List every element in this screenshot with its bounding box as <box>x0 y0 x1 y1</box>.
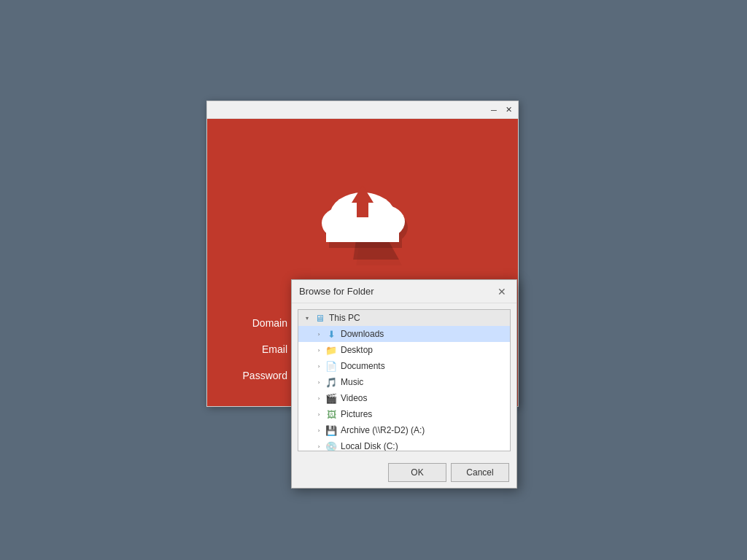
svg-rect-4 <box>326 222 399 242</box>
videos-label: Videos <box>341 393 367 403</box>
browse-folder-dialog: Browse for Folder ✕ ▾ 🖥 This PC › ⬇ Down… <box>291 279 517 489</box>
documents-label: Documents <box>341 361 385 371</box>
tree-item-videos[interactable]: › 🎬 Videos <box>298 390 510 406</box>
downloads-icon: ⬇ <box>325 328 338 340</box>
chevron-right-icon: › <box>313 392 325 404</box>
ok-button[interactable]: OK <box>388 463 446 482</box>
tree-item-archive[interactable]: › 💾 Archive (\\R2-D2) (A:) <box>298 422 510 438</box>
app-window: ─ ✕ <box>206 101 519 407</box>
cloud-area <box>304 119 421 306</box>
pictures-icon: 🖼 <box>325 408 338 420</box>
local-disk-c-label: Local Disk (C:) <box>341 441 398 451</box>
this-pc-icon: 🖥 <box>313 312 326 324</box>
folder-tree[interactable]: ▾ 🖥 This PC › ⬇ Downloads › 📁 Deskto <box>298 309 511 451</box>
cancel-button[interactable]: Cancel <box>451 463 509 482</box>
minimize-button[interactable]: ─ <box>487 104 500 117</box>
desktop-label: Desktop <box>341 345 373 355</box>
dialog-title: Browse for Folder <box>299 286 374 297</box>
chevron-right-icon: › <box>313 424 325 436</box>
archive-icon: 💾 <box>325 424 338 436</box>
tree-item-music[interactable]: › 🎵 Music <box>298 374 510 390</box>
domain-label: Domain <box>222 317 287 329</box>
chevron-right-icon: › <box>313 360 325 372</box>
videos-icon: 🎬 <box>325 392 338 404</box>
cloud-upload-icon <box>304 165 421 260</box>
downloads-label: Downloads <box>341 329 384 339</box>
this-pc-label: This PC <box>329 313 360 323</box>
chevron-right-icon: › <box>313 344 325 356</box>
app-body: Domain Email Password Browse for Folder … <box>207 119 518 406</box>
documents-icon: 📄 <box>325 360 338 372</box>
chevron-right-icon: › <box>313 328 325 340</box>
tree-item-pictures[interactable]: › 🖼 Pictures <box>298 406 510 422</box>
dialog-titlebar: Browse for Folder ✕ <box>292 280 516 303</box>
close-button[interactable]: ✕ <box>502 104 515 117</box>
tree-item-this-pc[interactable]: ▾ 🖥 This PC <box>298 310 510 326</box>
tree-item-local-disk-c[interactable]: › 💿 Local Disk (C:) <box>298 438 510 451</box>
email-label: Email <box>222 343 287 355</box>
dialog-body: ▾ 🖥 This PC › ⬇ Downloads › 📁 Deskto <box>292 303 516 457</box>
chevron-right-icon: › <box>313 408 325 420</box>
password-label: Password <box>222 370 287 381</box>
music-icon: 🎵 <box>325 376 338 388</box>
dialog-close-button[interactable]: ✕ <box>495 284 509 299</box>
app-titlebar: ─ ✕ <box>207 101 518 119</box>
tree-item-desktop[interactable]: › 📁 Desktop <box>298 342 510 358</box>
tree-item-downloads[interactable]: › ⬇ Downloads <box>298 326 510 342</box>
pictures-label: Pictures <box>341 409 372 419</box>
chevron-down-icon: ▾ <box>301 312 313 324</box>
tree-item-documents[interactable]: › 📄 Documents <box>298 358 510 374</box>
drive-c-icon: 💿 <box>325 440 338 451</box>
chevron-right-icon: › <box>313 440 325 451</box>
dialog-footer: OK Cancel <box>292 457 516 488</box>
music-label: Music <box>341 377 363 387</box>
chevron-right-icon: › <box>313 376 325 388</box>
desktop-icon: 📁 <box>325 344 338 356</box>
archive-label: Archive (\\R2-D2) (A:) <box>341 425 425 435</box>
